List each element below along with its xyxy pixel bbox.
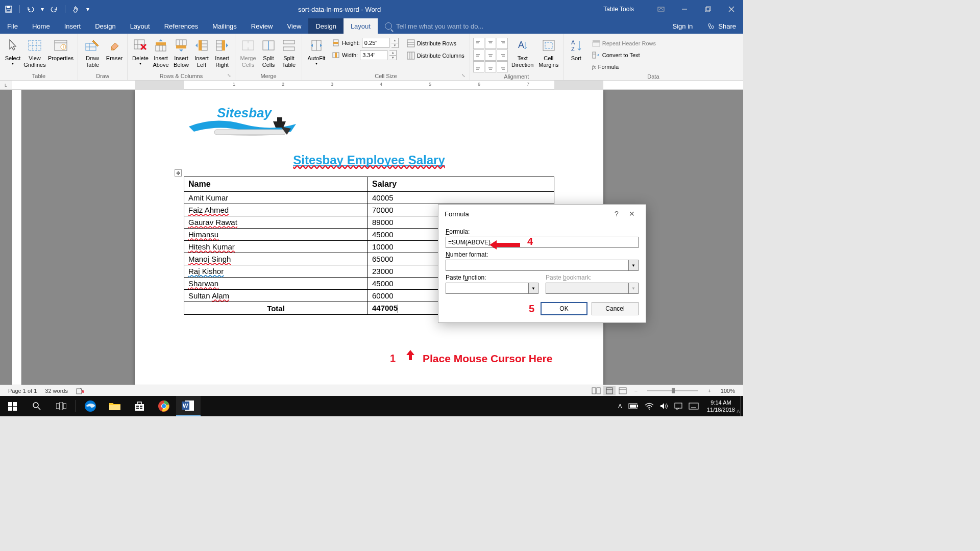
view-gridlines-button[interactable]: View Gridlines <box>23 36 46 70</box>
zoom-out-button[interactable]: − <box>630 386 642 395</box>
tray-up-icon[interactable]: ᐱ <box>615 403 625 410</box>
align-mr-button[interactable] <box>497 49 508 61</box>
sign-in-link[interactable]: Sign in <box>666 18 700 34</box>
chrome-button[interactable] <box>152 396 176 416</box>
tell-me-search[interactable]: Tell me what you want to do... <box>378 18 666 34</box>
status-words[interactable]: 32 words <box>41 388 72 394</box>
paste-function-select[interactable]: ▼ <box>446 283 538 294</box>
delete-button[interactable]: Delete▼ <box>131 36 150 68</box>
web-layout-icon[interactable] <box>617 386 629 395</box>
align-tl-button[interactable] <box>473 38 484 49</box>
vertical-ruler[interactable] <box>12 90 21 385</box>
zoom-slider[interactable] <box>647 390 698 391</box>
tab-layout[interactable]: Layout <box>123 18 157 34</box>
ribbon-display-icon[interactable] <box>649 0 673 18</box>
close-icon[interactable] <box>720 0 743 18</box>
tab-table-design[interactable]: Design <box>308 18 343 34</box>
tab-design[interactable]: Design <box>88 18 122 34</box>
align-bl-button[interactable] <box>473 61 484 72</box>
notifications-icon[interactable] <box>671 403 685 410</box>
table-move-handle-icon[interactable]: ✥ <box>175 169 182 177</box>
autofit-button[interactable]: AutoFit▼ <box>305 36 328 68</box>
store-button[interactable] <box>127 396 152 416</box>
tab-review[interactable]: Review <box>244 18 280 34</box>
split-cells-button[interactable]: Split Cells <box>259 36 278 70</box>
edge-button[interactable] <box>78 396 103 416</box>
cell-size-launcher-icon[interactable]: ⤡ <box>461 73 467 79</box>
align-tc-button[interactable] <box>485 38 496 49</box>
tab-mailings[interactable]: Mailings <box>205 18 244 34</box>
dialog-help-icon[interactable]: ? <box>609 206 624 221</box>
rows-cols-launcher-icon[interactable]: ⤡ <box>226 73 232 79</box>
battery-icon[interactable] <box>625 403 642 409</box>
col-header-name[interactable]: Name <box>184 177 368 192</box>
formula-button[interactable]: fxFormula <box>590 61 658 72</box>
align-bc-button[interactable] <box>485 61 496 72</box>
tab-file[interactable]: File <box>0 18 25 34</box>
width-input[interactable] <box>360 50 387 60</box>
insert-left-button[interactable]: Insert Left <box>192 36 211 70</box>
insert-right-button[interactable]: Insert Right <box>212 36 232 70</box>
align-br-button[interactable] <box>497 61 508 72</box>
text-direction-button[interactable]: AText Direction <box>509 36 536 70</box>
insert-above-button[interactable]: Insert Above <box>151 36 170 70</box>
zoom-in-button[interactable]: + <box>703 386 716 395</box>
search-button[interactable] <box>24 396 49 416</box>
sort-button[interactable]: AZSort <box>567 36 586 63</box>
tab-references[interactable]: References <box>157 18 205 34</box>
insert-below-button[interactable]: Insert Below <box>172 36 191 70</box>
align-tr-button[interactable] <box>497 38 508 49</box>
horizontal-ruler[interactable]: 1 2 3 4 5 6 7 <box>12 81 743 90</box>
tab-insert[interactable]: Insert <box>57 18 88 34</box>
height-spinner[interactable]: ▲▼ <box>391 38 399 48</box>
chevron-down-icon[interactable]: ▼ <box>628 260 639 271</box>
number-format-select[interactable]: ▼ <box>446 260 639 271</box>
align-mc-button[interactable] <box>485 49 496 61</box>
align-ml-button[interactable] <box>473 49 484 61</box>
keyboard-icon[interactable] <box>685 403 702 410</box>
status-page[interactable]: Page 1 of 1 <box>4 388 41 394</box>
task-view-button[interactable] <box>49 396 74 416</box>
maximize-icon[interactable] <box>696 0 720 18</box>
undo-dropdown-icon[interactable]: ▾ <box>39 3 45 16</box>
undo-icon[interactable] <box>24 3 37 16</box>
print-layout-icon[interactable] <box>603 386 616 395</box>
cancel-button[interactable]: Cancel <box>592 302 639 315</box>
status-proofing-icon[interactable] <box>72 387 88 394</box>
qat-customize-icon[interactable]: ▾ <box>85 3 91 16</box>
start-button[interactable] <box>0 396 24 416</box>
touch-mode-icon[interactable] <box>69 3 83 16</box>
volume-icon[interactable] <box>657 403 671 410</box>
formula-input[interactable] <box>446 237 639 248</box>
distribute-columns-button[interactable]: Distribute Columns <box>405 50 467 61</box>
collapse-ribbon-icon[interactable]: ᐱ <box>737 409 740 414</box>
redo-icon[interactable] <box>47 3 61 16</box>
convert-to-text-button[interactable]: Convert to Text <box>590 49 658 61</box>
read-mode-icon[interactable] <box>590 386 602 395</box>
distribute-rows-button[interactable]: Distribute Rows <box>405 38 467 49</box>
save-icon[interactable] <box>2 3 15 16</box>
chevron-down-icon[interactable]: ▼ <box>528 283 538 294</box>
draw-table-button[interactable]: Draw Table <box>81 36 104 70</box>
col-header-salary[interactable]: Salary <box>368 177 554 192</box>
cell-margins-button[interactable]: Cell Margins <box>537 36 560 70</box>
zoom-level[interactable]: 100% <box>717 388 739 394</box>
word-button[interactable]: W <box>176 396 201 416</box>
ok-button[interactable]: OK <box>541 302 587 315</box>
dialog-close-icon[interactable]: ✕ <box>624 206 640 221</box>
taskbar-clock[interactable]: 9:14 AM11/18/2018 <box>702 399 740 414</box>
eraser-button[interactable]: Eraser <box>105 36 124 63</box>
tab-view[interactable]: View <box>280 18 308 34</box>
share-button[interactable]: Share <box>700 18 743 34</box>
wifi-icon[interactable] <box>642 403 657 410</box>
show-desktop-button[interactable] <box>740 396 743 416</box>
tab-table-layout[interactable]: Layout <box>344 18 378 34</box>
file-explorer-button[interactable] <box>103 396 127 416</box>
select-button[interactable]: Select▼ <box>3 36 22 68</box>
split-table-button[interactable]: Split Table <box>279 36 299 70</box>
height-input[interactable] <box>362 38 389 48</box>
minimize-icon[interactable] <box>673 0 696 18</box>
properties-button[interactable]: Properties <box>47 36 75 63</box>
width-spinner[interactable]: ▲▼ <box>389 50 397 60</box>
tab-home[interactable]: Home <box>25 18 57 34</box>
